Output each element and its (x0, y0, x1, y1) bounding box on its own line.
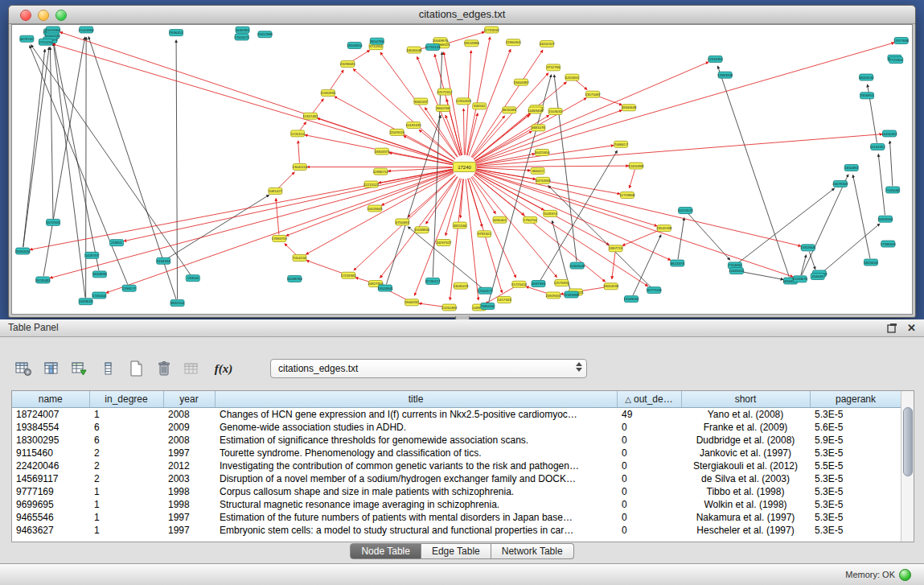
graph-node[interactable]: 12718808 (619, 192, 635, 199)
table-cell[interactable]: 49 (617, 408, 681, 422)
graph-node[interactable]: 1633618 (79, 299, 92, 305)
table-cell[interactable]: 0 (617, 511, 681, 524)
table-cell[interactable]: 1 (89, 498, 163, 511)
graph-node[interactable]: 4750693 (396, 219, 409, 225)
table-cell[interactable]: 22420046 (12, 459, 89, 472)
table-cell[interactable]: Disruption of a novel member of a sodium… (215, 472, 617, 485)
graph-node[interactable]: 218801 (110, 240, 124, 246)
tab-network-table[interactable]: Network Table (491, 543, 574, 559)
graph-node[interactable]: 12983338 (717, 72, 733, 78)
graph-node[interactable]: 18518986 (464, 40, 480, 47)
table-cell[interactable]: Nakamura et al. (1997) (681, 511, 810, 524)
graph-node[interactable]: 20732683 (536, 177, 552, 183)
graph-node[interactable]: 12350928 (456, 98, 472, 105)
graph-node[interactable]: 24201327 (540, 41, 556, 47)
table-cell[interactable]: 1998 (163, 498, 215, 511)
graph-node[interactable]: 13045419 (453, 282, 469, 289)
graph-node[interactable]: 10164352 (870, 143, 886, 150)
table-cell[interactable]: 1 (89, 524, 163, 537)
column-header-out_degree[interactable]: △out_de… (617, 391, 681, 408)
graph-node[interactable]: 5720110 (291, 130, 305, 137)
table-cell[interactable]: Jankovic et al. (1997) (681, 447, 810, 459)
column-header-name[interactable]: name (12, 391, 89, 408)
table-row[interactable]: 1456911722003Disruption of a novel membe… (12, 472, 901, 485)
graph-node[interactable]: 2298177 (122, 285, 136, 291)
graph-node[interactable]: 20049979 (433, 38, 449, 44)
graph-node[interactable]: 1503032 (548, 108, 562, 114)
table-row[interactable]: 1872400712008Changes of HCN gene express… (12, 408, 901, 422)
graph-node[interactable]: 6255691 (565, 74, 579, 80)
table-cell[interactable]: 5.9E-5 (810, 434, 901, 447)
graph-node[interactable]: 22316391 (708, 56, 724, 62)
create-table-icon[interactable] (125, 359, 146, 378)
table-cell[interactable]: Investigating the contribution of common… (215, 459, 617, 472)
table-cell[interactable]: Stergiakouli et al. (2012) (681, 459, 810, 472)
graph-node[interactable]: 4479742 (20, 35, 34, 42)
tab-edge-table[interactable]: Edge Table (421, 543, 491, 559)
graph-node[interactable]: 5649390 (236, 27, 249, 33)
graph-node[interactable]: 5428737 (85, 252, 99, 258)
graph-node[interactable]: 3811566 (453, 222, 466, 229)
network-canvas[interactable]: 1724036642220732683552697417907504090401… (12, 25, 912, 314)
table-cell[interactable]: Corpus callosum shape and size in male p… (215, 485, 617, 498)
graph-node[interactable]: 133544 (186, 275, 199, 282)
table-cell[interactable]: 1 (89, 485, 163, 498)
graph-node[interactable]: 17240 (454, 163, 476, 172)
table-cell[interactable]: Embryonic stem cells: a model to study s… (215, 524, 617, 537)
table-cell[interactable]: Genome-wide association studies in ADHD. (215, 421, 617, 434)
table-cell[interactable]: 9465546 (12, 511, 89, 524)
table-cell[interactable]: 2003 (163, 472, 215, 485)
table-cell[interactable]: 0 (617, 472, 681, 485)
graph-node[interactable]: 5829434 (864, 259, 877, 266)
column-chooser-icon[interactable] (41, 359, 62, 378)
graph-node[interactable]: 15725414 (511, 281, 528, 287)
graph-node[interactable]: 15133676 (792, 276, 808, 282)
table-cell[interactable]: 9463627 (12, 524, 89, 537)
graph-node[interactable]: 13041114 (293, 163, 308, 170)
graph-node[interactable]: 18303371 (374, 148, 390, 154)
graph-node[interactable]: 7145046 (886, 187, 900, 193)
graph-node[interactable]: 17232981 (341, 272, 357, 278)
graph-node[interactable]: 13319304 (800, 245, 816, 251)
table-cell[interactable]: 5.3E-5 (810, 472, 901, 485)
graph-node[interactable]: 16425654 (534, 149, 550, 155)
graph-node[interactable]: 20191864 (45, 27, 61, 33)
float-panel-icon[interactable] (887, 323, 897, 333)
graph-node[interactable]: 21612986 (257, 31, 273, 38)
graph-node[interactable]: 8914796 (370, 38, 384, 44)
graph-node[interactable]: 1417163 (498, 297, 511, 303)
graph-node[interactable]: 9965769 (436, 105, 450, 112)
graph-node[interactable]: 5526974 (544, 210, 557, 216)
graph-node[interactable]: 8616586 (503, 107, 516, 113)
table-cell[interactable]: 6 (89, 421, 163, 434)
graph-node[interactable]: 22740117 (425, 278, 441, 284)
graph-node[interactable]: 23298081 (340, 61, 356, 68)
graph-node[interactable]: 9582437 (414, 98, 428, 105)
graph-node[interactable]: 15549092 (623, 296, 639, 303)
delete-table-icon[interactable] (154, 359, 175, 378)
apply-style-icon[interactable] (69, 359, 90, 378)
graph-node[interactable]: 4090401 (493, 216, 507, 223)
graph-node[interactable]: 7680266 (481, 303, 495, 309)
graph-node[interactable]: 840542 (473, 103, 487, 109)
table-cell[interactable]: Estimation of significance thresholds fo… (215, 434, 617, 447)
table-cell[interactable]: 5.5E-5 (810, 459, 901, 472)
table-cell[interactable]: 6 (89, 434, 163, 447)
graph-node[interactable]: 20929055 (546, 292, 562, 299)
graph-node[interactable]: 17005571 (234, 34, 250, 40)
table-cell[interactable]: 1997 (163, 511, 215, 524)
close-panel-icon[interactable]: ✕ (907, 323, 916, 333)
graph-node[interactable]: 12886712 (373, 168, 389, 175)
graph-node[interactable]: 366422 (531, 167, 544, 174)
table-cell[interactable]: 5.3E-5 (810, 447, 901, 459)
graph-node[interactable]: 9634898 (92, 271, 106, 278)
table-cell[interactable]: 1998 (163, 485, 215, 498)
graph-node[interactable]: 22933998 (564, 291, 580, 298)
tab-node-table[interactable]: Node Table (350, 543, 421, 559)
column-header-in_degree[interactable]: in_degree (89, 391, 163, 408)
graph-node[interactable]: 17077686 (893, 37, 910, 43)
table-cell[interactable]: Wolkin et al. (1998) (681, 498, 810, 511)
table-cell[interactable]: 0 (617, 498, 681, 511)
graph-node[interactable]: 21024984 (79, 27, 95, 33)
graph-node[interactable]: 4947399 (532, 281, 545, 287)
